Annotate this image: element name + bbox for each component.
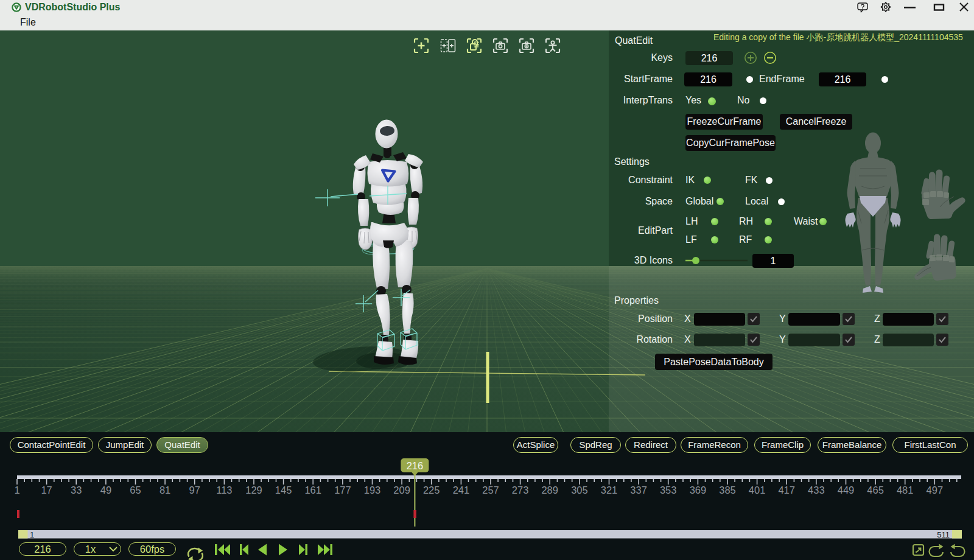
svg-text:369: 369 (690, 485, 707, 495)
svg-text:321: 321 (601, 485, 618, 495)
svg-text:193: 193 (364, 485, 381, 495)
svg-text:1: 1 (14, 485, 19, 495)
svg-text:481: 481 (897, 485, 914, 495)
svg-text:1: 1 (30, 530, 34, 539)
svg-text:97: 97 (189, 485, 200, 495)
svg-text:216: 216 (407, 460, 424, 471)
svg-text:511: 511 (937, 530, 950, 539)
svg-text:161: 161 (304, 485, 321, 495)
svg-text:417: 417 (778, 485, 795, 495)
svg-text:33: 33 (71, 485, 82, 495)
svg-text:385: 385 (719, 485, 736, 495)
svg-text:17: 17 (41, 485, 52, 495)
svg-text:177: 177 (334, 485, 351, 495)
svg-text:337: 337 (630, 485, 647, 495)
svg-text:49: 49 (100, 485, 111, 495)
svg-text:465: 465 (867, 485, 884, 495)
svg-text:257: 257 (482, 485, 499, 495)
svg-text:145: 145 (275, 485, 292, 495)
svg-text:65: 65 (130, 485, 141, 495)
svg-text:241: 241 (453, 485, 470, 495)
svg-text:353: 353 (660, 485, 677, 495)
svg-text:449: 449 (838, 485, 855, 495)
svg-text:401: 401 (749, 485, 766, 495)
svg-text:433: 433 (808, 485, 825, 495)
svg-text:273: 273 (512, 485, 529, 495)
svg-text:209: 209 (393, 485, 410, 495)
svg-text:497: 497 (927, 485, 944, 495)
svg-text:225: 225 (423, 485, 440, 495)
svg-text:129: 129 (245, 485, 262, 495)
svg-text:81: 81 (159, 485, 170, 495)
svg-text:289: 289 (541, 485, 558, 495)
svg-text:305: 305 (571, 485, 588, 495)
svg-text:113: 113 (216, 485, 232, 495)
